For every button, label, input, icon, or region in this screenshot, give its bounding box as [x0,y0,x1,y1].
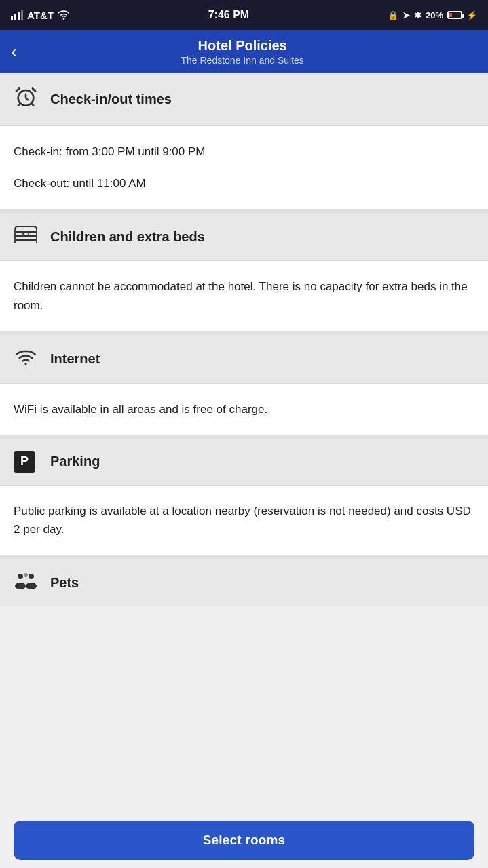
checkin-section-title: Check-in/out times [50,92,172,107]
section-body-checkin: Check-in: from 3:00 PM until 9:00 PM Che… [0,126,488,213]
svg-rect-3 [21,10,23,20]
parking-section-title: Parking [50,454,100,469]
battery-percent: 20% [426,10,443,20]
clock-icon [14,85,38,113]
pets-icon [14,571,38,594]
svg-point-11 [15,583,26,589]
status-indicators: 🔒 ➤ ✱ 20% ⚡ [388,10,477,20]
pets-svg [14,571,38,590]
hotel-name: The Redstone Inn and Suites [181,55,303,66]
bluetooth-icon: ✱ [414,10,421,20]
section-body-parking: Public parking is available at a locatio… [0,486,488,559]
status-carrier: AT&T [11,9,70,21]
section-parking: P Parking Public parking is available at… [0,439,488,559]
lock-icon: 🔒 [388,10,398,20]
status-time: 7:46 PM [208,9,249,21]
children-section-title: Children and extra beds [50,229,205,245]
content-area: Check-in/out times Check-in: from 3:00 P… [0,73,488,868]
checkin-line-1: Check-in: from 3:00 PM until 9:00 PM [14,142,474,161]
parking-line-1: Public parking is available at a locatio… [14,502,474,538]
section-header-internet: Internet [0,335,488,384]
internet-line-1: WiFi is available in all areas and is fr… [14,400,474,418]
pets-section-title: Pets [50,575,79,591]
checkin-line-2: Check-out: until 11:00 AM [14,174,474,193]
back-button[interactable]: ‹ [11,42,17,61]
status-bar: AT&T 7:46 PM 🔒 ➤ ✱ 20% ⚡ [0,0,488,30]
section-header-checkin: Check-in/out times [0,73,488,126]
section-internet: Internet WiFi is available in all areas … [0,335,488,439]
bottom-bar: Select rooms [0,812,488,868]
section-children: Children and extra beds Children cannot … [0,213,488,334]
charging-icon: ⚡ [466,10,477,20]
select-rooms-button[interactable]: Select rooms [14,821,474,860]
section-header-pets: Pets [0,559,488,606]
section-checkin: Check-in/out times Check-in: from 3:00 P… [0,73,488,213]
svg-point-12 [26,583,37,589]
svg-rect-2 [18,12,20,20]
bed-icon [14,225,38,248]
carrier-label: AT&T [27,9,54,21]
svg-rect-1 [14,14,16,20]
location-icon: ➤ [402,10,410,20]
page-title: Hotel Policies [198,38,287,54]
section-pets: Pets [0,559,488,606]
nav-header: ‹ Hotel Policies The Redstone Inn and Su… [0,30,488,73]
internet-section-title: Internet [50,351,100,367]
svg-point-8 [18,574,23,579]
svg-point-10 [24,573,28,577]
children-line-1: Children cannot be accommodated at the h… [14,277,474,314]
section-header-children: Children and extra beds [0,213,488,261]
section-header-parking: P Parking [0,439,488,486]
wifi-status-icon [58,10,70,20]
alarm-clock-svg [14,85,37,108]
parking-icon: P [14,451,38,473]
section-body-children: Children cannot be accommodated at the h… [0,261,488,334]
svg-point-9 [29,574,34,579]
svg-rect-0 [11,16,13,20]
signal-icon [11,10,23,20]
wifi-icon [14,347,38,371]
bed-svg [14,225,38,244]
svg-point-7 [24,363,26,365]
nav-title-block: Hotel Policies The Redstone Inn and Suit… [28,38,457,66]
battery-icon [447,11,462,19]
wifi-svg [15,347,37,366]
svg-rect-6 [23,232,29,236]
section-body-internet: WiFi is available in all areas and is fr… [0,384,488,439]
